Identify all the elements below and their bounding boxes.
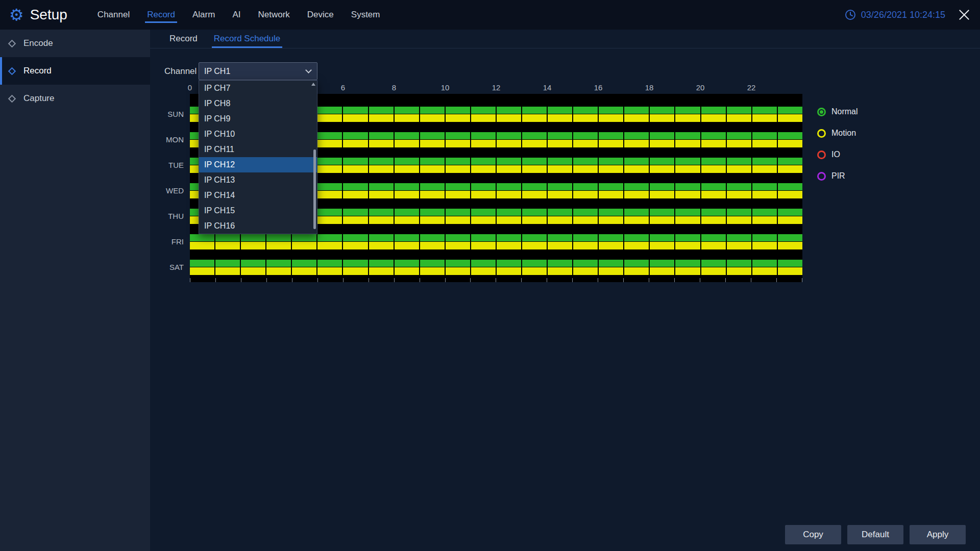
dropdown-option-ip-ch16[interactable]: IP CH16 [199,218,317,234]
copy-button[interactable]: Copy [785,525,841,544]
schedule-cell-motion[interactable] [650,216,675,224]
schedule-cell-normal[interactable] [624,158,650,165]
dropdown-option-ip-ch8[interactable]: IP CH8 [199,96,317,111]
schedule-cell-motion[interactable] [420,165,446,173]
schedule-cell-motion[interactable] [317,216,343,224]
schedule-cell-normal[interactable] [701,209,727,216]
schedule-cell-motion[interactable] [420,242,446,249]
schedule-cell-normal[interactable] [650,234,675,241]
schedule-cell-motion[interactable] [701,191,727,198]
schedule-cell-motion[interactable] [395,165,420,173]
schedule-cell-motion[interactable] [752,165,778,173]
schedule-cell-motion[interactable] [701,267,727,275]
schedule-cell-normal[interactable] [446,209,471,216]
schedule-cell-motion[interactable] [650,165,675,173]
schedule-cell-normal[interactable] [395,158,420,165]
schedule-cell-motion[interactable] [420,267,446,275]
schedule-cell-motion[interactable] [675,242,701,249]
channel-select[interactable]: IP CH1 [199,62,317,80]
nav-item-network[interactable]: Network [249,0,298,30]
schedule-cell-normal[interactable] [548,209,573,216]
schedule-cell-normal[interactable] [650,107,675,114]
schedule-cell-motion[interactable] [190,267,215,275]
schedule-cell-normal[interactable] [317,260,343,267]
schedule-cell-motion[interactable] [727,165,752,173]
schedule-cell-motion[interactable] [446,114,471,122]
schedule-cell-normal[interactable] [343,209,369,216]
schedule-cell-normal[interactable] [650,132,675,139]
schedule-cell-normal[interactable] [471,132,497,139]
schedule-cell-normal[interactable] [522,209,548,216]
schedule-cell-motion[interactable] [471,165,497,173]
schedule-cell-motion[interactable] [369,114,395,122]
schedule-cell-normal[interactable] [497,260,522,267]
schedule-cell-normal[interactable] [522,132,548,139]
schedule-cell-motion[interactable] [497,242,522,249]
schedule-cell-motion[interactable] [548,216,573,224]
sidebar-item-encode[interactable]: Encode [0,30,150,57]
schedule-cell-motion[interactable] [241,242,266,249]
schedule-cell-normal[interactable] [522,158,548,165]
schedule-cell-normal[interactable] [778,158,802,165]
schedule-cell-normal[interactable] [343,107,369,114]
schedule-cell-normal[interactable] [317,209,343,216]
schedule-cell-motion[interactable] [395,242,420,249]
schedule-cell-motion[interactable] [343,165,369,173]
schedule-cell-normal[interactable] [420,158,446,165]
schedule-cell-normal[interactable] [471,234,497,241]
schedule-cell-motion[interactable] [675,191,701,198]
schedule-cell-normal[interactable] [369,183,395,190]
schedule-cell-motion[interactable] [573,267,599,275]
schedule-cell-motion[interactable] [650,267,675,275]
schedule-cell-motion[interactable] [650,140,675,147]
schedule-cell-motion[interactable] [471,242,497,249]
nav-item-channel[interactable]: Channel [89,0,138,30]
schedule-cell-normal[interactable] [599,209,624,216]
schedule-cell-normal[interactable] [752,209,778,216]
schedule-cell-normal[interactable] [752,260,778,267]
schedule-cell-motion[interactable] [675,216,701,224]
schedule-cell-motion[interactable] [727,267,752,275]
schedule-cell-normal[interactable] [190,234,215,241]
schedule-cell-motion[interactable] [497,165,522,173]
schedule-cell-normal[interactable] [701,183,727,190]
schedule-cell-motion[interactable] [727,191,752,198]
schedule-cell-normal[interactable] [573,158,599,165]
schedule-cell-normal[interactable] [624,107,650,114]
schedule-cell-normal[interactable] [369,234,395,241]
schedule-cell-motion[interactable] [522,191,548,198]
schedule-cell-motion[interactable] [752,191,778,198]
schedule-cell-normal[interactable] [522,183,548,190]
schedule-cell-motion[interactable] [190,242,215,249]
schedule-cell-motion[interactable] [266,242,292,249]
schedule-cell-normal[interactable] [420,132,446,139]
schedule-cell-motion[interactable] [573,216,599,224]
schedule-cell-motion[interactable] [701,165,727,173]
schedule-cell-motion[interactable] [548,242,573,249]
nav-item-alarm[interactable]: Alarm [184,0,224,30]
schedule-cell-normal[interactable] [599,132,624,139]
schedule-cell-motion[interactable] [522,267,548,275]
schedule-cell-motion[interactable] [471,114,497,122]
schedule-cell-normal[interactable] [727,260,752,267]
schedule-cell-motion[interactable] [778,191,802,198]
schedule-cell-normal[interactable] [420,107,446,114]
schedule-cell-motion[interactable] [343,114,369,122]
schedule-cell-motion[interactable] [420,216,446,224]
schedule-cell-normal[interactable] [675,132,701,139]
schedule-cell-normal[interactable] [369,209,395,216]
schedule-cell-normal[interactable] [395,132,420,139]
schedule-cell-motion[interactable] [369,216,395,224]
schedule-cell-normal[interactable] [573,260,599,267]
schedule-cell-normal[interactable] [778,107,802,114]
schedule-cell-normal[interactable] [471,260,497,267]
schedule-cell-normal[interactable] [701,260,727,267]
schedule-cell-normal[interactable] [573,183,599,190]
schedule-cell-motion[interactable] [778,140,802,147]
schedule-cell-normal[interactable] [343,132,369,139]
schedule-cell-motion[interactable] [752,140,778,147]
schedule-cell-motion[interactable] [471,267,497,275]
schedule-cell-normal[interactable] [522,234,548,241]
schedule-cell-motion[interactable] [599,267,624,275]
schedule-cell-normal[interactable] [701,158,727,165]
